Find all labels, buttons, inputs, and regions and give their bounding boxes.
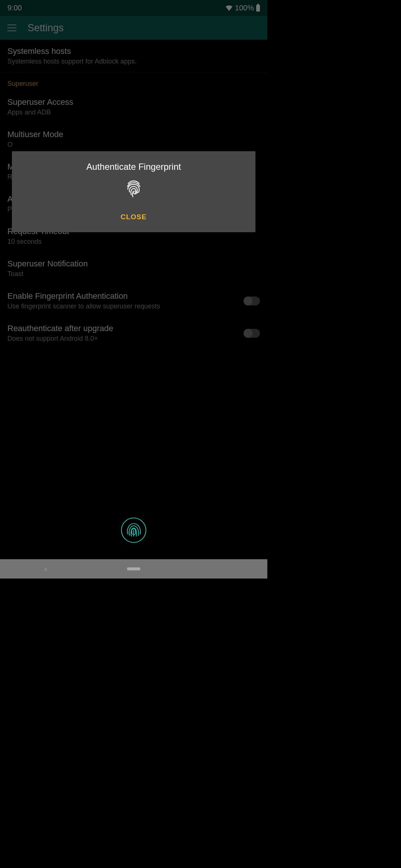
system-fingerprint-icon[interactable]: [120, 517, 147, 545]
fingerprint-dialog: Authenticate Fingerprint CLOSE: [12, 151, 255, 232]
navigation-bar: ‹: [0, 559, 267, 579]
close-button[interactable]: CLOSE: [19, 209, 248, 225]
fingerprint-icon: [125, 180, 142, 201]
dialog-title: Authenticate Fingerprint: [19, 162, 248, 172]
dialog-scrim[interactable]: [0, 0, 267, 579]
home-pill[interactable]: [127, 567, 140, 570]
back-icon[interactable]: ‹: [45, 565, 47, 573]
